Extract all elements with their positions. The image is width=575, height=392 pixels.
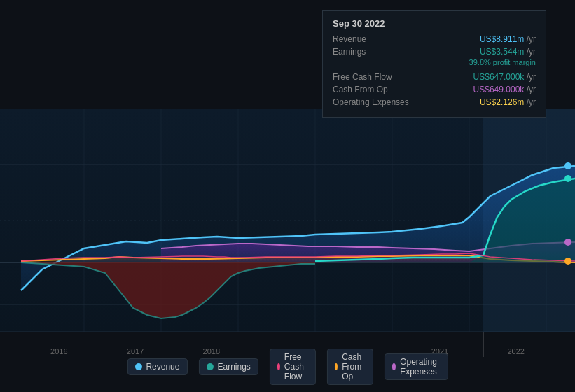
x-label-2022: 2022	[507, 347, 524, 356]
cashfromop-label: Cash From Op	[333, 85, 424, 94]
opex-row: Operating Expenses US$2.126m /yr	[333, 97, 536, 107]
x-label-2016: 2016	[50, 347, 67, 356]
earnings-label: Earnings	[333, 47, 424, 57]
chart-container: Sep 30 2022 Revenue US$8.911m /yr Earnin…	[0, 0, 575, 392]
legend-dot-fcf	[277, 363, 280, 370]
svg-point-17	[564, 239, 571, 246]
legend-label-revenue: Revenue	[146, 362, 179, 372]
legend-revenue[interactable]: Revenue	[127, 358, 187, 375]
chart-legend: Revenue Earnings Free Cash Flow Cash Fro…	[127, 349, 448, 385]
earnings-row: Earnings US$3.544m /yr	[333, 47, 536, 57]
fcf-row: Free Cash Flow US$647.000k /yr	[333, 72, 536, 82]
revenue-label: Revenue	[333, 34, 424, 44]
legend-label-cashfromop: Cash From Op	[342, 352, 366, 382]
svg-point-15	[564, 162, 571, 169]
legend-dot-revenue	[134, 363, 141, 370]
revenue-value: US$8.911m /yr	[424, 34, 536, 44]
fcf-label: Free Cash Flow	[333, 72, 424, 82]
legend-earnings[interactable]: Earnings	[198, 358, 258, 375]
cashfromop-row: Cash From Op US$649.000k /yr	[333, 85, 536, 94]
legend-label-fcf: Free Cash Flow	[284, 352, 308, 382]
earnings-value: US$3.544m /yr	[424, 47, 536, 57]
legend-label-earnings: Earnings	[217, 362, 250, 372]
fcf-value: US$647.000k /yr	[424, 72, 536, 82]
opex-label: Operating Expenses	[333, 97, 424, 107]
legend-cashfromop[interactable]: Cash From Op	[327, 349, 373, 385]
svg-point-16	[564, 175, 571, 182]
legend-dot-earnings	[206, 363, 213, 370]
profit-margin-row: 39.8% profit margin	[333, 59, 536, 69]
legend-label-opex: Operating Expenses	[400, 357, 440, 377]
svg-point-18	[564, 258, 571, 265]
info-box: Sep 30 2022 Revenue US$8.911m /yr Earnin…	[322, 10, 546, 118]
revenue-row: Revenue US$8.911m /yr	[333, 34, 536, 44]
cashfromop-value: US$649.000k /yr	[424, 85, 536, 94]
opex-value: US$2.126m /yr	[424, 97, 536, 107]
legend-fcf[interactable]: Free Cash Flow	[270, 349, 316, 385]
legend-dot-opex	[392, 363, 396, 370]
info-date: Sep 30 2022	[333, 18, 536, 29]
legend-opex[interactable]: Operating Expenses	[385, 354, 448, 380]
legend-dot-cashfromop	[335, 363, 338, 370]
chart-svg	[0, 108, 575, 332]
profit-margin-value: 39.8% profit margin	[469, 58, 536, 66]
